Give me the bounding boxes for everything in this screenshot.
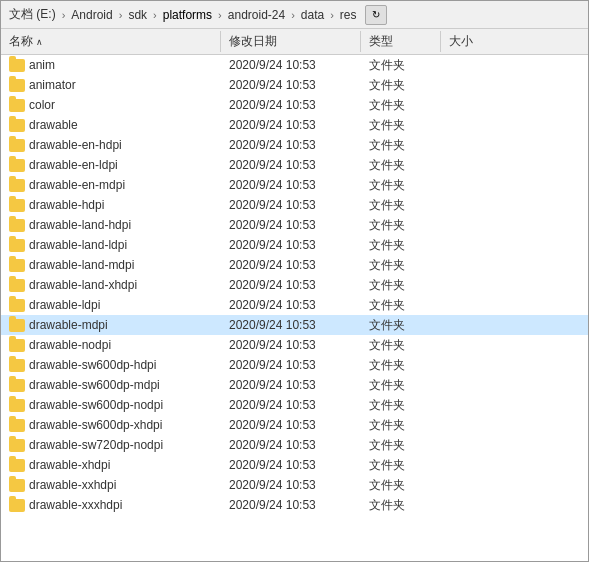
file-name-cell: drawable-land-mdpi xyxy=(1,256,221,274)
file-name-label: drawable-en-ldpi xyxy=(29,158,118,172)
table-row[interactable]: drawable-xxxhdpi 2020/9/24 10:53 文件夹 xyxy=(1,495,588,515)
file-date-cell: 2020/9/24 10:53 xyxy=(221,116,361,134)
file-explorer-window: 文档 (E:) › Android › sdk › platforms › an… xyxy=(0,0,589,562)
table-row[interactable]: animator 2020/9/24 10:53 文件夹 xyxy=(1,75,588,95)
file-size-cell xyxy=(441,83,588,87)
file-name-cell: drawable-land-ldpi xyxy=(1,236,221,254)
table-row[interactable]: drawable-ldpi 2020/9/24 10:53 文件夹 xyxy=(1,295,588,315)
table-row[interactable]: drawable 2020/9/24 10:53 文件夹 xyxy=(1,115,588,135)
file-size-cell xyxy=(441,403,588,407)
file-name-label: drawable-land-xhdpi xyxy=(29,278,137,292)
file-type-cell: 文件夹 xyxy=(361,275,441,296)
file-size-cell xyxy=(441,363,588,367)
file-type-cell: 文件夹 xyxy=(361,355,441,376)
folder-icon xyxy=(9,219,25,232)
table-row[interactable]: drawable-xhdpi 2020/9/24 10:53 文件夹 xyxy=(1,455,588,475)
breadcrumb-res[interactable]: res xyxy=(340,8,357,22)
file-date-cell: 2020/9/24 10:53 xyxy=(221,316,361,334)
file-name-cell: drawable-xxxhdpi xyxy=(1,496,221,514)
breadcrumb-data[interactable]: data xyxy=(301,8,324,22)
table-row[interactable]: drawable-sw600dp-hdpi 2020/9/24 10:53 文件… xyxy=(1,355,588,375)
file-size-cell xyxy=(441,63,588,67)
file-size-cell xyxy=(441,443,588,447)
file-date-cell: 2020/9/24 10:53 xyxy=(221,236,361,254)
table-row[interactable]: drawable-land-mdpi 2020/9/24 10:53 文件夹 xyxy=(1,255,588,275)
file-type-cell: 文件夹 xyxy=(361,55,441,76)
table-row[interactable]: drawable-en-mdpi 2020/9/24 10:53 文件夹 xyxy=(1,175,588,195)
file-date-cell: 2020/9/24 10:53 xyxy=(221,96,361,114)
table-row[interactable]: drawable-sw600dp-mdpi 2020/9/24 10:53 文件… xyxy=(1,375,588,395)
file-name-cell: drawable-ldpi xyxy=(1,296,221,314)
table-row[interactable]: drawable-nodpi 2020/9/24 10:53 文件夹 xyxy=(1,335,588,355)
file-name-label: drawable-hdpi xyxy=(29,198,104,212)
folder-icon xyxy=(9,359,25,372)
breadcrumb-platforms[interactable]: platforms xyxy=(163,8,212,22)
col-header-date[interactable]: 修改日期 xyxy=(221,31,361,52)
file-size-cell xyxy=(441,283,588,287)
table-row[interactable]: drawable-sw600dp-xhdpi 2020/9/24 10:53 文… xyxy=(1,415,588,435)
sort-arrow-name: ∧ xyxy=(36,37,43,47)
col-header-name[interactable]: 名称 ∧ xyxy=(1,31,221,52)
file-size-cell xyxy=(441,383,588,387)
breadcrumb-android24[interactable]: android-24 xyxy=(228,8,285,22)
file-type-cell: 文件夹 xyxy=(361,115,441,136)
table-row[interactable]: drawable-land-hdpi 2020/9/24 10:53 文件夹 xyxy=(1,215,588,235)
file-name-label: drawable-sw600dp-mdpi xyxy=(29,378,160,392)
col-header-type[interactable]: 类型 xyxy=(361,31,441,52)
file-date-cell: 2020/9/24 10:53 xyxy=(221,76,361,94)
file-name-label: drawable-en-hdpi xyxy=(29,138,122,152)
folder-icon xyxy=(9,379,25,392)
folder-icon xyxy=(9,399,25,412)
file-name-cell: drawable-sw600dp-xhdpi xyxy=(1,416,221,434)
table-row[interactable]: drawable-en-ldpi 2020/9/24 10:53 文件夹 xyxy=(1,155,588,175)
file-name-cell: drawable-en-hdpi xyxy=(1,136,221,154)
table-row[interactable]: drawable-en-hdpi 2020/9/24 10:53 文件夹 xyxy=(1,135,588,155)
file-size-cell xyxy=(441,223,588,227)
sep-3: › xyxy=(153,9,157,21)
titlebar: 文档 (E:) › Android › sdk › platforms › an… xyxy=(1,1,588,29)
file-name-label: drawable-sw600dp-nodpi xyxy=(29,398,163,412)
folder-icon xyxy=(9,99,25,112)
table-row[interactable]: drawable-hdpi 2020/9/24 10:53 文件夹 xyxy=(1,195,588,215)
table-row[interactable]: drawable-xxhdpi 2020/9/24 10:53 文件夹 xyxy=(1,475,588,495)
file-size-cell xyxy=(441,463,588,467)
nav-refresh-button[interactable]: ↻ xyxy=(365,5,387,25)
file-name-label: drawable xyxy=(29,118,78,132)
table-row[interactable]: drawable-mdpi 2020/9/24 10:53 文件夹 xyxy=(1,315,588,335)
file-date-cell: 2020/9/24 10:53 xyxy=(221,436,361,454)
breadcrumb-sdk[interactable]: sdk xyxy=(128,8,147,22)
table-row[interactable]: drawable-land-ldpi 2020/9/24 10:53 文件夹 xyxy=(1,235,588,255)
table-row[interactable]: drawable-sw600dp-nodpi 2020/9/24 10:53 文… xyxy=(1,395,588,415)
table-row[interactable]: color 2020/9/24 10:53 文件夹 xyxy=(1,95,588,115)
folder-icon xyxy=(9,419,25,432)
file-size-cell xyxy=(441,503,588,507)
file-type-cell: 文件夹 xyxy=(361,375,441,396)
file-name-cell: drawable-sw720dp-nodpi xyxy=(1,436,221,454)
file-date-cell: 2020/9/24 10:53 xyxy=(221,216,361,234)
file-date-cell: 2020/9/24 10:53 xyxy=(221,396,361,414)
file-name-cell: animator xyxy=(1,76,221,94)
file-name-cell: drawable-en-mdpi xyxy=(1,176,221,194)
folder-icon xyxy=(9,139,25,152)
table-row[interactable]: drawable-land-xhdpi 2020/9/24 10:53 文件夹 xyxy=(1,275,588,295)
file-date-cell: 2020/9/24 10:53 xyxy=(221,476,361,494)
file-date-cell: 2020/9/24 10:53 xyxy=(221,196,361,214)
file-size-cell xyxy=(441,143,588,147)
breadcrumb-android[interactable]: Android xyxy=(71,8,112,22)
file-type-cell: 文件夹 xyxy=(361,315,441,336)
table-row[interactable]: drawable-sw720dp-nodpi 2020/9/24 10:53 文… xyxy=(1,435,588,455)
file-type-cell: 文件夹 xyxy=(361,95,441,116)
col-header-size[interactable]: 大小 xyxy=(441,31,588,52)
file-type-cell: 文件夹 xyxy=(361,215,441,236)
file-name-label: anim xyxy=(29,58,55,72)
file-date-cell: 2020/9/24 10:53 xyxy=(221,416,361,434)
file-name-label: color xyxy=(29,98,55,112)
table-row[interactable]: anim 2020/9/24 10:53 文件夹 xyxy=(1,55,588,75)
file-name-label: drawable-xxhdpi xyxy=(29,478,116,492)
file-type-cell: 文件夹 xyxy=(361,135,441,156)
file-date-cell: 2020/9/24 10:53 xyxy=(221,56,361,74)
folder-icon xyxy=(9,319,25,332)
breadcrumb-doc[interactable]: 文档 (E:) xyxy=(9,6,56,23)
folder-icon xyxy=(9,479,25,492)
file-date-cell: 2020/9/24 10:53 xyxy=(221,376,361,394)
